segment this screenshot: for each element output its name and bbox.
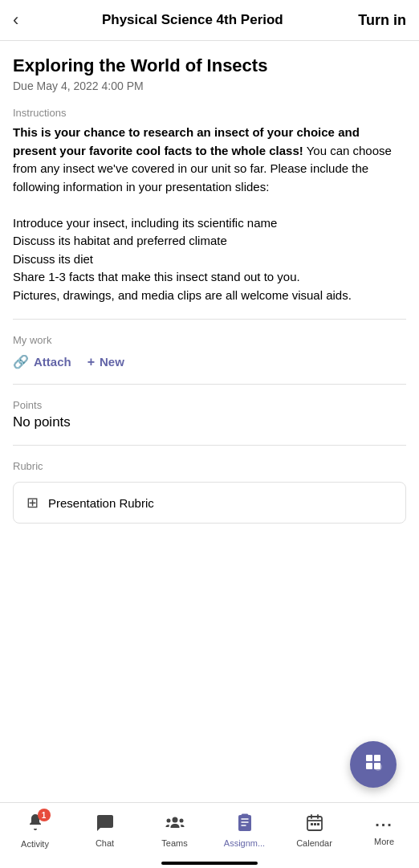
home-bar [161, 862, 258, 865]
more-label: More [374, 837, 394, 846]
assignment-title: Exploring the World of Insects [13, 55, 406, 76]
main-content: Exploring the World of Insects Due May 4… [0, 41, 419, 802]
rubric-card[interactable]: ⊞ Presentation Rubric [13, 482, 406, 524]
new-button[interactable]: + New [87, 355, 124, 369]
nav-item-calendar[interactable]: Calendar [279, 809, 349, 857]
my-work-actions: 🔗 Attach + New [13, 354, 406, 369]
more-icon: ··· [375, 816, 393, 834]
rubric-card-title: Presentation Rubric [48, 496, 154, 510]
nav-item-chat[interactable]: Chat [70, 809, 140, 857]
nav-item-teams[interactable]: Teams [140, 809, 210, 857]
my-work-label: My work [13, 334, 406, 346]
calendar-icon [305, 813, 324, 836]
svg-rect-10 [311, 823, 313, 825]
svg-rect-11 [314, 823, 316, 825]
list-item-2: Discuss its habitat and preferred climat… [13, 234, 227, 247]
assignments-icon [235, 813, 254, 836]
teams-label: Teams [161, 838, 187, 848]
svg-point-6 [166, 819, 170, 823]
nav-item-more[interactable]: ··· More [349, 809, 419, 857]
divider-2 [13, 384, 406, 385]
header-title: Physical Science 4th Period [26, 12, 358, 28]
activity-icon-wrap: 1 [26, 813, 45, 837]
bottom-nav: 1 Activity Chat [0, 802, 419, 857]
activity-icon: 1 [26, 813, 45, 837]
chat-icon [96, 813, 115, 836]
due-date: Due May 4, 2022 4:00 PM [13, 79, 406, 92]
teams-icon-wrap [165, 813, 185, 836]
list-item-4: Share 1-3 facts that make this insect st… [13, 270, 300, 283]
assignments-label: Assignm... [224, 838, 265, 848]
calendar-icon-wrap [305, 813, 324, 836]
instructions-label: Instructions [13, 107, 406, 119]
list-item-3: Discuss its diet [13, 252, 93, 266]
divider-1 [13, 319, 406, 320]
calendar-label: Calendar [296, 838, 332, 848]
back-button[interactable]: ‹ [13, 11, 18, 29]
new-label: New [100, 355, 124, 369]
chat-icon-wrap [96, 813, 115, 836]
attach-icon: 🔗 [13, 354, 29, 369]
points-label: Points [13, 399, 406, 411]
activity-badge: 1 [38, 809, 51, 821]
rubric-grid-icon: ⊞ [26, 494, 39, 511]
chat-label: Chat [96, 838, 114, 848]
svg-point-5 [172, 817, 177, 823]
instructions-body: This is your chance to research an insec… [13, 124, 406, 304]
attach-button[interactable]: 🔗 Attach [13, 354, 71, 369]
attach-label: Attach [34, 355, 71, 369]
points-value: No points [13, 414, 406, 430]
list-item-1: Introduce your insect, including its sci… [13, 216, 277, 230]
rubric-label: Rubric [13, 460, 406, 472]
nav-item-assignments[interactable]: Assignm... [210, 809, 279, 857]
turn-in-button[interactable]: Turn in [358, 12, 406, 29]
header: ‹ Physical Science 4th Period Turn in [0, 0, 419, 41]
divider-3 [13, 445, 406, 446]
teams-icon [165, 813, 185, 836]
assignments-icon-wrap [235, 813, 254, 836]
activity-label: Activity [21, 839, 49, 849]
plus-icon: + [87, 355, 95, 369]
svg-point-7 [179, 819, 183, 823]
svg-rect-0 [366, 755, 372, 761]
svg-rect-8 [238, 815, 251, 831]
home-indicator [0, 857, 419, 868]
fab-button[interactable] [350, 741, 397, 788]
fab-icon [363, 752, 384, 777]
nav-item-activity[interactable]: 1 Activity [0, 809, 70, 857]
svg-rect-2 [366, 763, 372, 769]
more-icon-wrap: ··· [375, 816, 393, 834]
svg-rect-1 [374, 755, 380, 761]
svg-rect-12 [317, 823, 319, 825]
list-item-5: Pictures, drawings, and media clips are … [13, 288, 352, 302]
